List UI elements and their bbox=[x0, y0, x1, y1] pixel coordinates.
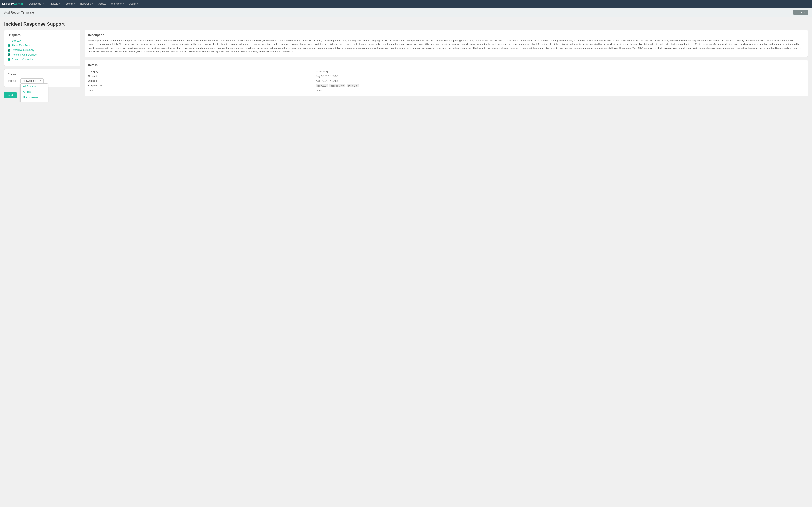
targets-dropdown-wrapper: All Systems All Systems Assets IP Addres… bbox=[20, 78, 44, 83]
dropdown-option-all-systems[interactable]: All Systems bbox=[20, 83, 48, 89]
chapter-item-1: Executive Summary bbox=[8, 49, 77, 52]
chevron-down-icon: ▾ bbox=[92, 3, 93, 5]
right-column: Description Many organizations do not ha… bbox=[85, 30, 808, 96]
chapter-item-0: About This Report bbox=[8, 44, 77, 47]
select-all-link[interactable]: Select All bbox=[12, 39, 22, 42]
chapter-checkbox-2[interactable] bbox=[8, 53, 10, 56]
details-label-category: Category: bbox=[88, 69, 316, 74]
page-header: Add Report Template ← Back bbox=[0, 8, 812, 17]
focus-panel: Focus Targets All Systems All Systems As… bbox=[4, 69, 80, 87]
details-row-tags: Tags: None bbox=[88, 88, 804, 93]
chevron-down-icon: ▾ bbox=[43, 3, 44, 5]
dropdown-option-repositories[interactable]: Repositories bbox=[20, 100, 48, 103]
focus-targets-row: Targets All Systems All Systems Assets I… bbox=[8, 78, 77, 83]
req-badge-0: lce 4.8.0 bbox=[316, 84, 328, 88]
details-row-updated: Updated: Aug 10, 2016 00:58 bbox=[88, 78, 804, 83]
chevron-down-icon: ▾ bbox=[123, 3, 124, 5]
back-button[interactable]: ← Back bbox=[794, 10, 808, 15]
req-badge-1: nessus 6.7.0 bbox=[329, 84, 345, 88]
details-value-category: Monitoring bbox=[316, 69, 804, 74]
chapter-checkbox-1[interactable] bbox=[8, 49, 10, 52]
chapter-link-1[interactable]: Executive Summary bbox=[12, 49, 34, 52]
details-value-requirements: lce 4.8.0 nessus 6.7.0 pvs 5.1.0 bbox=[316, 83, 804, 88]
details-row-created: Created: Aug 10, 2016 00:58 bbox=[88, 74, 804, 78]
details-value-created: Aug 10, 2016 00:58 bbox=[316, 74, 804, 78]
report-title: Incident Response Support bbox=[4, 21, 808, 27]
chevron-down-icon: ▾ bbox=[137, 3, 138, 5]
two-col-layout: Chapters Select All About This Report Ex… bbox=[4, 30, 808, 98]
dropdown-option-ip-addresses[interactable]: IP Addresses bbox=[20, 95, 48, 100]
nav-item-analysis[interactable]: Analysis▾ bbox=[46, 0, 63, 8]
select-all-chapter: Select All bbox=[8, 39, 77, 42]
chapters-panel: Chapters Select All About This Report Ex… bbox=[4, 30, 80, 66]
description-panel: Description Many organizations do not ha… bbox=[85, 30, 808, 57]
nav-item-dashboard[interactable]: Dashboard▾ bbox=[27, 0, 46, 8]
chapters-heading: Chapters bbox=[8, 34, 77, 37]
navbar: SecurityCenter Dashboard▾ Analysis▾ Scan… bbox=[0, 0, 812, 8]
chevron-down-icon: ▾ bbox=[74, 3, 75, 5]
chapter-item-3: System Information bbox=[8, 58, 77, 61]
targets-dropdown-menu: All Systems Assets IP Addresses Reposito… bbox=[20, 83, 48, 103]
dropdown-option-assets[interactable]: Assets bbox=[20, 89, 48, 95]
chevron-down-icon: ▾ bbox=[59, 3, 60, 5]
nav-item-assets[interactable]: Assets bbox=[96, 0, 108, 8]
details-row-category: Category: Monitoring bbox=[88, 69, 804, 74]
chapter-link-2[interactable]: Potential Compromise bbox=[12, 53, 37, 56]
brand-security: Security bbox=[2, 2, 14, 5]
details-value-updated: Aug 10, 2016 00:58 bbox=[316, 78, 804, 83]
brand-logo[interactable]: SecurityCenter bbox=[2, 2, 23, 5]
nav-item-workflow[interactable]: Workflow▾ bbox=[108, 0, 126, 8]
req-badge-2: pvs 5.1.0 bbox=[347, 84, 359, 88]
details-row-requirements: Requirements: lce 4.8.0 nessus 6.7.0 pvs… bbox=[88, 83, 804, 88]
targets-label: Targets bbox=[8, 79, 18, 82]
back-arrow-icon: ← bbox=[796, 11, 799, 14]
description-text: Many organizations do not have adequate … bbox=[88, 39, 804, 53]
description-heading: Description bbox=[88, 34, 804, 37]
chapter-link-3[interactable]: System Information bbox=[12, 58, 34, 61]
details-label-created: Created: bbox=[88, 74, 316, 78]
brand-center: Center bbox=[14, 2, 23, 5]
focus-heading: Focus bbox=[8, 72, 77, 76]
left-column: Chapters Select All About This Report Ex… bbox=[4, 30, 80, 98]
add-button[interactable]: Add bbox=[4, 92, 17, 98]
targets-dropdown-button[interactable]: All Systems bbox=[20, 78, 44, 83]
chapter-link-0[interactable]: About This Report bbox=[12, 44, 32, 47]
nav-item-scans[interactable]: Scans▾ bbox=[63, 0, 78, 8]
main-content: Incident Response Support Chapters Selec… bbox=[0, 17, 812, 103]
nav-item-reporting[interactable]: Reporting▾ bbox=[78, 0, 96, 8]
details-label-updated: Updated: bbox=[88, 78, 316, 83]
chapter-item-2: Potential Compromise bbox=[8, 53, 77, 56]
details-value-tags: None bbox=[316, 88, 804, 93]
chapter-checkbox-0[interactable] bbox=[8, 44, 10, 47]
page-title: Add Report Template bbox=[4, 11, 34, 14]
chapter-checkbox-3[interactable] bbox=[8, 58, 10, 61]
select-all-checkbox[interactable] bbox=[8, 40, 10, 42]
nav-item-users[interactable]: Users▾ bbox=[126, 0, 140, 8]
details-panel: Details Category: Monitoring Created: Au… bbox=[85, 60, 808, 96]
nav-items: Dashboard▾ Analysis▾ Scans▾ Reporting▾ A… bbox=[27, 0, 140, 8]
details-heading: Details bbox=[88, 63, 804, 67]
details-table: Category: Monitoring Created: Aug 10, 20… bbox=[88, 69, 804, 93]
details-label-tags: Tags: bbox=[88, 88, 316, 93]
details-label-requirements: Requirements: bbox=[88, 83, 316, 88]
